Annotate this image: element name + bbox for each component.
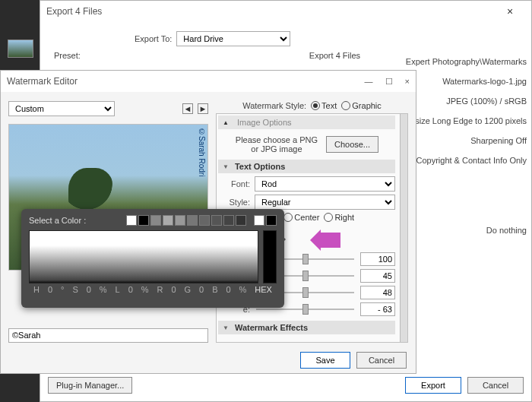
export-to-label: Export To: — [135, 34, 172, 43]
export-button[interactable]: Export — [405, 377, 461, 394]
close-icon[interactable]: × — [495, 5, 525, 17]
wm-style-graphic-radio[interactable]: Graphic — [341, 101, 382, 110]
preset-label: Preset: — [54, 51, 81, 60]
next-arrow-icon[interactable]: ► — [198, 103, 208, 114]
shadow-offset-value[interactable] — [360, 269, 395, 283]
value-slider[interactable] — [263, 230, 277, 283]
color-gradient[interactable] — [29, 230, 258, 283]
plugin-manager-button[interactable]: Plug-in Manager... — [48, 377, 132, 394]
image-msg: Please choose a PNG or JPG image — [235, 135, 318, 154]
font-select[interactable]: Rod — [255, 176, 395, 192]
wm-style-label: Watermark Style: — [242, 101, 306, 110]
wm-cancel-button[interactable]: Cancel — [356, 352, 407, 369]
color-picker: Select a Color : H0° S0% L0% R0 G0 B0% H… — [21, 209, 284, 308]
align-right-radio[interactable]: Right — [324, 213, 354, 222]
wm-preview-text: ©Sarah Rodri — [198, 128, 206, 176]
text-options-header[interactable]: Text Options — [218, 160, 395, 173]
annotation-arrow-icon — [319, 233, 340, 248]
summary-path: Expert Photography\Watermarks — [406, 57, 527, 66]
choose-button[interactable]: Choose... — [326, 136, 378, 153]
summary-sharpen: Sharpening Off — [470, 136, 527, 145]
wm-save-button[interactable]: Save — [300, 352, 350, 369]
summary-filename: Watermarks-logo-1.jpg — [442, 77, 527, 86]
hex-label[interactable]: HEX — [255, 285, 272, 294]
wm-title: Watermark Editor — [7, 76, 78, 87]
prev-arrow-icon[interactable]: ◄ — [182, 103, 193, 114]
color-readout: H0° S0% L0% R0 G0 B0% HEX — [29, 283, 277, 296]
shadow-radius-value[interactable] — [360, 286, 395, 299]
preset-header: Export 4 Files — [309, 51, 360, 60]
summary-format: JPEG (100%) / sRGB — [446, 97, 527, 106]
shadow-angle-value[interactable] — [360, 302, 395, 316]
shadow-angle-slider[interactable] — [256, 309, 354, 310]
wm-preset-select[interactable]: Custom — [8, 101, 115, 116]
font-label: Font: — [218, 179, 250, 188]
summary-postproc: Do nothing — [486, 226, 527, 235]
export-cancel-button[interactable]: Cancel — [467, 377, 524, 394]
align-center-radio[interactable]: Center — [283, 213, 319, 222]
filmstrip-thumb[interactable] — [8, 40, 33, 58]
export-title: Export 4 Files — [46, 6, 102, 17]
export-to-select[interactable]: Hard Drive — [176, 31, 290, 46]
summary-metadata: Copyright & Contact Info Only — [416, 156, 527, 165]
wm-style-text-radio[interactable]: Text — [311, 101, 337, 110]
image-options-header[interactable]: ▲ Image Options — [218, 116, 395, 129]
fstyle-select[interactable]: Regular — [255, 195, 395, 210]
scrollbar[interactable] — [400, 114, 407, 342]
minimize-icon[interactable]: — — [365, 77, 373, 87]
wm-copyright-input[interactable] — [8, 328, 208, 343]
color-picker-title: Select a Color : — [29, 216, 86, 225]
preset-swatches[interactable] — [126, 215, 277, 226]
fstyle-label: Style: — [218, 198, 250, 207]
summary-resize: Resize Long Edge to 1200 pixels — [404, 116, 527, 125]
wm-close-icon[interactable]: × — [405, 77, 410, 87]
shadow-opacity-value[interactable] — [360, 252, 395, 266]
export-summary: Expert Photography\Watermarks Watermarks… — [417, 57, 531, 235]
popover-pointer-icon — [278, 232, 293, 247]
wm-effects-header[interactable]: Watermark Effects — [218, 321, 395, 334]
maximize-icon[interactable]: ☐ — [385, 77, 393, 87]
